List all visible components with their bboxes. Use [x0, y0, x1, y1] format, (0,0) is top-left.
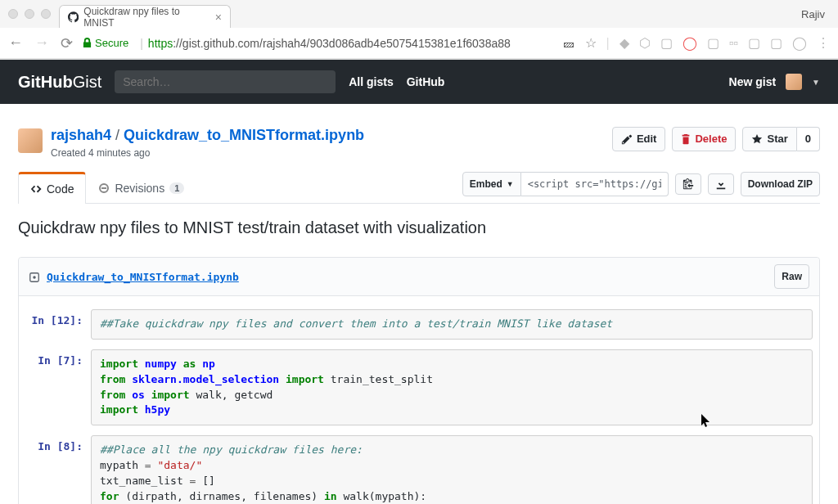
star-button-group: Star 0	[742, 127, 820, 151]
notebook-cell: In [12]: ##Take quickdraw npy files and …	[25, 309, 813, 340]
close-window-icon[interactable]	[8, 9, 18, 19]
cell-prompt: In [7]:	[25, 349, 91, 425]
github-header: GitHubGist All gists GitHub New gist ▼	[0, 60, 838, 104]
chevron-down-icon[interactable]: ▼	[812, 78, 820, 87]
tab-revisions[interactable]: Revisions 1	[86, 172, 196, 203]
revisions-count: 1	[169, 182, 184, 194]
translate-icon[interactable]: 🝙	[562, 36, 575, 51]
notebook-cell: In [7]: import numpy as np from sklearn.…	[25, 349, 813, 425]
ext-icon[interactable]: ▢	[707, 35, 719, 51]
url-bar[interactable]: Secure | https://gist.github.com/rajshah…	[83, 37, 552, 50]
svg-point-1	[33, 276, 36, 279]
code-icon	[30, 183, 42, 195]
profile-icon[interactable]: ◯	[792, 35, 807, 51]
star-icon	[751, 133, 763, 145]
avatar[interactable]	[786, 74, 802, 90]
menu-icon[interactable]: ⋮	[817, 35, 830, 51]
star-count[interactable]: 0	[797, 127, 820, 151]
raw-button[interactable]: Raw	[774, 264, 809, 289]
notebook-cell: In [8]: ##Place all the npy quickdraw fi…	[25, 435, 813, 504]
url-text: https://gist.github.com/rajshah4/903d086…	[148, 37, 511, 50]
ext-icon[interactable]: ▢	[748, 35, 760, 51]
tab-close-icon[interactable]: ×	[215, 11, 222, 24]
ext-icon[interactable]: ▢	[770, 35, 782, 51]
embed-dropdown[interactable]: Embed ▼	[462, 172, 521, 196]
browser-toolbar: ← → ⟳ Secure | https://gist.github.com/r…	[0, 28, 838, 59]
maximize-window-icon[interactable]	[41, 9, 51, 19]
cell-prompt: In [8]:	[25, 435, 91, 504]
browser-profile[interactable]: Rajiv	[801, 8, 830, 20]
ext-icon[interactable]: ◆	[619, 35, 629, 51]
lock-icon	[83, 38, 92, 48]
pencil-icon	[621, 133, 633, 145]
cell-code[interactable]: ##Take quickdraw npy files and convert t…	[91, 309, 813, 340]
diff-icon	[98, 182, 110, 194]
cell-code[interactable]: import numpy as np from sklearn.model_se…	[91, 349, 813, 425]
header-nav: All gists GitHub	[349, 75, 444, 88]
ext-icon[interactable]: ◯	[683, 35, 697, 51]
browser-tab-bar: Quickdraw npy files to MNIST × Rajiv	[0, 0, 838, 28]
nav-buttons: ← → ⟳	[8, 34, 73, 52]
gist-header: rajshah4 / Quickdraw_to_MNISTformat.ipyn…	[18, 117, 820, 172]
edit-button[interactable]: Edit	[612, 127, 666, 151]
trash-icon	[681, 133, 691, 145]
minimize-window-icon[interactable]	[25, 9, 34, 19]
copy-button[interactable]	[675, 173, 701, 195]
embed-code-input[interactable]	[521, 172, 669, 196]
clipboard-icon	[683, 178, 694, 190]
file-box: Quickdraw_to_MNISTformat.ipynb Raw In [1…	[18, 257, 820, 504]
search-input[interactable]	[115, 70, 336, 93]
window-controls	[8, 9, 51, 19]
notebook-body: In [12]: ##Take quickdraw npy files and …	[19, 296, 819, 504]
browser-tab[interactable]: Quickdraw npy files to MNIST ×	[59, 5, 231, 28]
file-header: Quickdraw_to_MNISTformat.ipynb Raw	[19, 258, 819, 296]
ext-icon[interactable]: ▢	[660, 35, 673, 51]
ext-icon[interactable]: ⬡	[639, 35, 651, 51]
cell-prompt: In [12]:	[25, 309, 91, 340]
back-icon[interactable]: ←	[8, 34, 23, 52]
owner-avatar[interactable]	[18, 128, 43, 153]
github-icon	[68, 11, 79, 23]
bookmark-icon[interactable]: ☆	[585, 35, 597, 51]
gist-description: Quickdraw npy files to MNIST test/train …	[18, 204, 820, 244]
gist-filename-link[interactable]: Quickdraw_to_MNISTformat.ipynb	[124, 127, 364, 143]
file-name-link[interactable]: Quickdraw_to_MNISTformat.ipynb	[47, 271, 239, 283]
reload-icon[interactable]: ⟳	[61, 34, 73, 52]
tabs-row: Code Revisions 1 Embed ▼ Download ZIP	[18, 172, 820, 204]
download-icon	[715, 178, 727, 190]
browser-chrome: Quickdraw npy files to MNIST × Rajiv ← →…	[0, 0, 838, 60]
secure-badge: Secure	[83, 37, 128, 49]
delete-button[interactable]: Delete	[672, 127, 736, 151]
nav-all-gists[interactable]: All gists	[349, 75, 393, 88]
ext-icon[interactable]: ▫▫	[729, 36, 738, 51]
forward-icon[interactable]: →	[34, 34, 49, 52]
github-gist-logo[interactable]: GitHubGist	[18, 73, 101, 92]
jupyter-icon	[29, 270, 40, 283]
tab-title: Quickdraw npy files to MNIST	[83, 6, 206, 29]
browser-extensions: 🝙 ☆ | ◆ ⬡ ▢ ◯ ▢ ▫▫ ▢ ▢ ◯ ⋮	[562, 35, 831, 51]
download-zip-button[interactable]: Download ZIP	[741, 172, 820, 196]
nav-github[interactable]: GitHub	[407, 75, 445, 88]
gist-title: rajshah4 / Quickdraw_to_MNISTformat.ipyn…	[51, 127, 364, 144]
owner-link[interactable]: rajshah4	[51, 127, 111, 143]
download-icon-button[interactable]	[708, 173, 734, 195]
cell-code[interactable]: ##Place all the npy quickdraw files here…	[91, 435, 813, 504]
new-gist-link[interactable]: New gist	[729, 75, 777, 88]
gist-created: Created 4 minutes ago	[51, 147, 364, 159]
tab-code[interactable]: Code	[18, 172, 86, 204]
star-button[interactable]: Star	[742, 127, 796, 151]
